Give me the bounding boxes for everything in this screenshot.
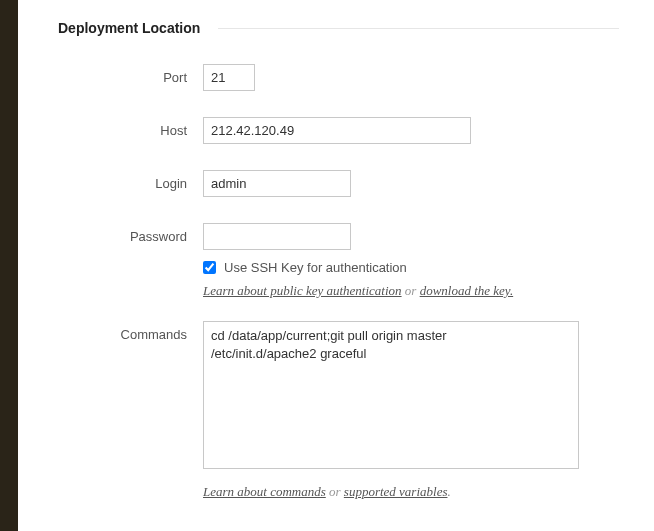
ssh-key-checkbox[interactable]: [203, 261, 216, 274]
password-input[interactable]: [203, 223, 351, 250]
label-host: Host: [58, 117, 203, 138]
section-title: Deployment Location: [58, 20, 200, 36]
download-key-link[interactable]: download the key.: [420, 283, 514, 298]
row-port: Port: [58, 64, 619, 91]
row-commands: Commands Learn about commands or support…: [58, 321, 619, 500]
label-login: Login: [58, 170, 203, 191]
port-input[interactable]: [203, 64, 255, 91]
pubkey-help-line: Learn about public key authentication or…: [203, 283, 619, 299]
ssh-key-row: Use SSH Key for authentication: [203, 260, 619, 275]
section-rule: [218, 28, 619, 29]
ssh-key-label[interactable]: Use SSH Key for authentication: [224, 260, 407, 275]
login-input[interactable]: [203, 170, 351, 197]
label-port: Port: [58, 64, 203, 85]
learn-commands-link[interactable]: Learn about commands: [203, 484, 326, 499]
row-host: Host: [58, 117, 619, 144]
label-password: Password: [58, 223, 203, 244]
learn-pubkey-link[interactable]: Learn about public key authentication: [203, 283, 402, 298]
commands-help-line: Learn about commands or supported variab…: [203, 484, 619, 500]
or-text-2: or: [326, 484, 344, 499]
commands-textarea[interactable]: [203, 321, 579, 469]
row-login: Login: [58, 170, 619, 197]
section-header: Deployment Location: [58, 20, 619, 36]
deployment-location-panel: Deployment Location Port Host Login Pass…: [18, 0, 654, 531]
period: .: [447, 484, 450, 499]
supported-variables-link[interactable]: supported variables: [344, 484, 448, 499]
host-input[interactable]: [203, 117, 471, 144]
or-text: or: [402, 283, 420, 298]
row-password: Password Use SSH Key for authentication …: [58, 223, 619, 299]
label-commands: Commands: [58, 321, 203, 342]
